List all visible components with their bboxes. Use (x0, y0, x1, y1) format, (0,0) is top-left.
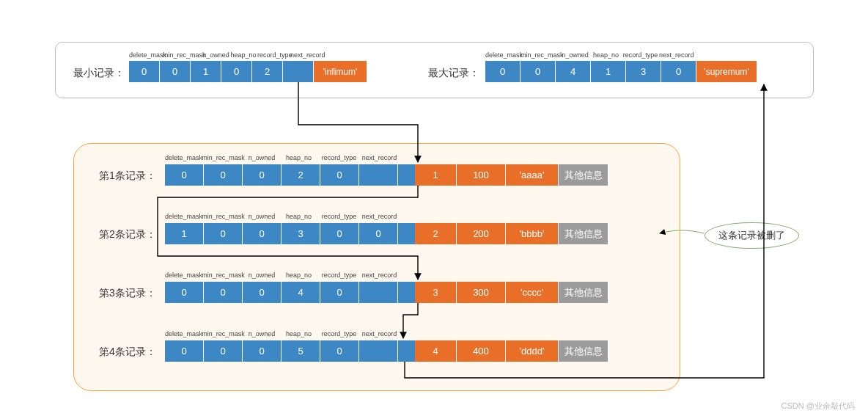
hdr-next-record: next_record (359, 330, 400, 338)
cell: 1 (165, 223, 204, 244)
hdr-heap-no: heap_no (229, 51, 257, 59)
cell: 2 (252, 61, 283, 82)
cell: 0 (129, 61, 160, 82)
cell: 0 (243, 164, 282, 186)
hdr-record-type: record_type (257, 51, 290, 59)
cell: 0 (221, 61, 252, 82)
extra-cell: 其他信息 (559, 164, 608, 186)
cell: 0 (243, 282, 282, 303)
cell: 1 (591, 61, 626, 82)
hdr-record-type: record_type (319, 330, 359, 338)
cell: 0 (243, 223, 282, 244)
payload-infimum: 'infimum' (314, 61, 367, 82)
min-record-row: 0 0 1 0 2 'infimum' (129, 61, 367, 82)
row4-headers: delete_mask min_rec_mask n_owned heap_no… (165, 330, 400, 338)
hdr-min-rec-mask: min_rec_mask (202, 330, 245, 338)
data-cell: 'dddd' (506, 340, 559, 362)
hdr-delete-mask: delete_mask (165, 271, 202, 280)
extra-cell: 其他信息 (559, 282, 608, 303)
payload-supremum: 'supremum' (696, 61, 757, 82)
cell-next-record (359, 282, 398, 303)
cell: 0 (320, 340, 359, 362)
data-cell: 'bbbb' (506, 223, 559, 244)
hdr-min-rec-mask: min_rec_mask (202, 154, 245, 162)
cell: 4 (556, 61, 591, 82)
hdr-delete-mask: delete_mask (165, 330, 202, 338)
hdr-n-owned: n_owned (560, 51, 590, 59)
cell: 5 (282, 340, 320, 362)
hdr-next-record: next_record (659, 51, 694, 59)
hdr-next-record: next_record (359, 213, 400, 221)
data-cell: 200 (457, 223, 506, 244)
data-cell: 100 (457, 164, 506, 186)
row2-headers: delete_mask min_rec_mask n_owned heap_no… (165, 213, 400, 221)
data-cell: 3 (415, 282, 457, 303)
hdr-next-record: next_record (359, 271, 400, 280)
cell: 0 (243, 340, 282, 362)
cell: 0 (320, 164, 359, 186)
hdr-record-type: record_type (319, 271, 359, 280)
spacer (398, 164, 415, 186)
hdr-heap-no: heap_no (279, 154, 319, 162)
row3: 0 0 0 4 0 3 300 'cccc' 其他信息 (165, 282, 608, 303)
spacer (398, 223, 415, 244)
cell: 3 (626, 61, 661, 82)
data-cell: 'cccc' (506, 282, 559, 303)
data-cell: 400 (457, 340, 506, 362)
row4-label: 第4条记录： (99, 346, 156, 359)
cell-next-record (359, 340, 398, 362)
cell: 0 (485, 61, 521, 82)
cell: 3 (282, 223, 320, 244)
cell: 0 (204, 223, 243, 244)
hdr-record-type: record_type (622, 51, 659, 59)
cell: 0 (320, 223, 359, 244)
extra-cell: 其他信息 (559, 340, 608, 362)
hdr-n-owned: n_owned (202, 51, 229, 59)
cell-next-record (359, 164, 398, 186)
hdr-heap-no: heap_no (279, 330, 319, 338)
max-record-headers: delete_mask min_rec_mask n_owned heap_no… (485, 51, 694, 59)
cell: 0 (165, 282, 204, 303)
hdr-delete-mask: delete_mask (165, 213, 202, 221)
hdr-next-record: next_record (290, 51, 324, 59)
hdr-min-rec-mask: min_rec_mask (163, 51, 202, 59)
hdr-delete-mask: delete_mask (165, 154, 202, 162)
data-cell: 1 (415, 164, 457, 186)
hdr-min-rec-mask: min_rec_mask (202, 271, 245, 280)
cell: 0 (204, 282, 243, 303)
min-record-headers: delete_mask min_rec_mask n_owned heap_no… (129, 51, 324, 59)
data-cell: 300 (457, 282, 506, 303)
hdr-n-owned: n_owned (245, 271, 279, 280)
cell: 1 (191, 61, 221, 82)
data-cell: 4 (415, 340, 457, 362)
cell: 0 (160, 61, 191, 82)
hdr-n-owned: n_owned (245, 330, 279, 338)
hdr-min-rec-mask: min_rec_mask (521, 51, 560, 59)
max-record-row: 0 0 4 1 3 0 'supremum' (485, 61, 757, 82)
row1-label: 第1条记录： (99, 169, 156, 183)
row3-headers: delete_mask min_rec_mask n_owned heap_no… (165, 271, 400, 280)
hdr-record-type: record_type (319, 213, 359, 221)
cell: 0 (165, 340, 204, 362)
deleted-annotation: 这条记录被删了 (705, 222, 799, 249)
hdr-delete-mask: delete_mask (485, 51, 521, 59)
row2-label: 第2条记录： (99, 228, 156, 241)
hdr-heap-no: heap_no (590, 51, 622, 59)
hdr-delete-mask: delete_mask (129, 51, 163, 59)
data-cell: 'aaaa' (506, 164, 559, 186)
cell: 0 (204, 340, 243, 362)
row4: 0 0 0 5 0 4 400 'dddd' 其他信息 (165, 340, 608, 362)
spacer (398, 340, 415, 362)
row1: 0 0 0 2 0 1 100 'aaaa' 其他信息 (165, 164, 608, 186)
spacer (398, 282, 415, 303)
cell-next-record (283, 61, 314, 82)
row2: 1 0 0 3 0 0 2 200 'bbbb' 其他信息 (165, 223, 608, 244)
hdr-heap-no: heap_no (279, 213, 319, 221)
watermark: CSDN @业余敲代码 (781, 401, 855, 412)
hdr-record-type: record_type (319, 154, 359, 162)
hdr-n-owned: n_owned (245, 154, 279, 162)
row1-headers: delete_mask min_rec_mask n_owned heap_no… (165, 154, 400, 162)
cell: 4 (282, 282, 320, 303)
hdr-heap-no: heap_no (279, 271, 319, 280)
hdr-n-owned: n_owned (245, 213, 279, 221)
